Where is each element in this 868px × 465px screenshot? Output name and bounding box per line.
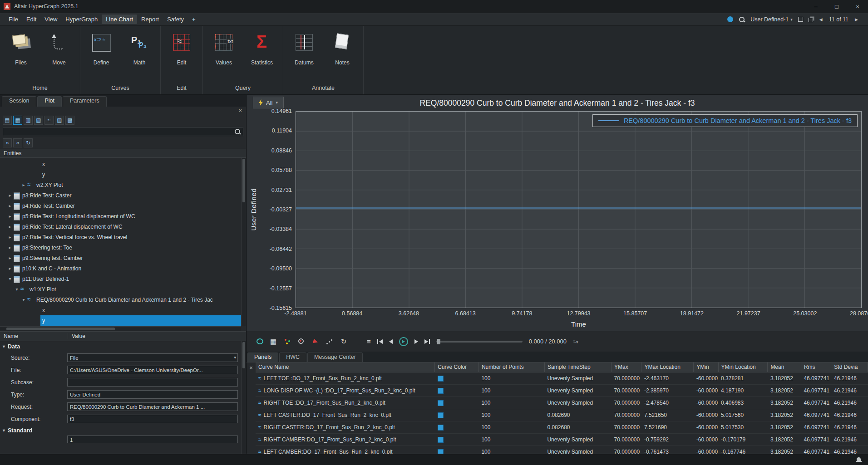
- expand-arrow-icon[interactable]: ▸: [20, 182, 27, 187]
- ribbon-tool[interactable]: Define: [82, 29, 120, 83]
- table-column-header[interactable]: Mean: [768, 362, 801, 372]
- entity-filter-icon[interactable]: [13, 116, 22, 125]
- tree-horizontal-scrollbar[interactable]: [0, 326, 241, 331]
- tree-item[interactable]: ▸ p9:Steering test: Camber: [0, 253, 241, 263]
- ribbon-tool[interactable]: Math: [120, 29, 158, 83]
- tree-item[interactable]: ▸ p5:Ride Test: Longitudinal displacemen…: [0, 211, 241, 221]
- property-value-input[interactable]: REQ/80000290 Curb to Curb Diameter and A…: [67, 402, 238, 411]
- tree-item[interactable]: x: [0, 305, 241, 315]
- tree-item[interactable]: ▸ w2:XY Plot: [0, 180, 241, 190]
- tree-item[interactable]: ▾ p11:User Defined-1: [0, 274, 241, 284]
- expand-arrow-icon[interactable]: ▸: [7, 193, 13, 198]
- tree-vertical-scrollbar[interactable]: [241, 158, 246, 326]
- ribbon-tool[interactable]: Edit: [163, 29, 201, 83]
- curve-table-row[interactable]: ≈RIGHT CAMBER:DO_17_Front_Sus_Run_2_knc_…: [256, 433, 868, 445]
- table-column-header[interactable]: YMax Location: [641, 362, 694, 372]
- expand-arrow-icon[interactable]: ▸: [7, 266, 13, 271]
- prev-page-button[interactable]: ◀: [819, 16, 824, 23]
- table-column-header[interactable]: YMax: [611, 362, 641, 372]
- property-value-input[interactable]: f3: [67, 415, 238, 423]
- tree-item[interactable]: ▸ p10:K and C - Animation: [0, 263, 241, 274]
- skip-end-button[interactable]: [424, 339, 430, 344]
- entity-filter-icon[interactable]: [44, 116, 54, 125]
- curve-settings-icon[interactable]: ≈▾: [573, 338, 578, 345]
- next-page-button[interactable]: ▶: [854, 16, 859, 23]
- expand-arrow-icon[interactable]: ▸: [7, 214, 13, 219]
- property-value-input[interactable]: File: [67, 353, 238, 362]
- ribbon-tool[interactable]: Statistics: [243, 29, 281, 83]
- value-column-header[interactable]: Value: [68, 333, 85, 339]
- step-forward-button[interactable]: [414, 339, 418, 344]
- anim-toolbar-icon[interactable]: [283, 338, 291, 346]
- curve-table-row[interactable]: ≈RIGHT TOE :DO_17_Front_Sus_Run_2_knc_0.…: [256, 396, 868, 409]
- chat-icon[interactable]: [727, 16, 733, 22]
- tree-item[interactable]: ▸ p6:Ride Test: Lateral displacement of …: [0, 221, 241, 232]
- expand-arrow-icon[interactable]: ▾: [7, 276, 13, 281]
- ribbon-tool[interactable]: Values: [205, 29, 243, 83]
- tree-action-icon[interactable]: [3, 138, 12, 147]
- tree-search-input[interactable]: [3, 127, 243, 136]
- expand-arrow-icon[interactable]: ▸: [7, 224, 13, 229]
- bottom-panel-tab[interactable]: HWC: [279, 352, 306, 362]
- curve-color-swatch[interactable]: [438, 412, 444, 418]
- tree-item[interactable]: y: [0, 169, 241, 180]
- curve-color-swatch[interactable]: [438, 388, 444, 394]
- chart-legend[interactable]: REQ/80000290 Curb to Curb Diameter and A…: [592, 114, 858, 127]
- entity-filter-icon[interactable]: [34, 116, 43, 125]
- tree-item[interactable]: ▸ p3:Ride Test: Caster: [0, 190, 241, 201]
- table-column-header[interactable]: Std Devia: [831, 362, 868, 372]
- dropdown-caret-icon[interactable]: ▾: [234, 355, 236, 360]
- expand-arrow-icon[interactable]: ▸: [7, 235, 13, 240]
- entity-filter-icon[interactable]: [3, 116, 12, 125]
- table-column-header[interactable]: Curve Color: [435, 362, 479, 372]
- expand-arrow-icon[interactable]: ▾: [14, 287, 20, 292]
- expand-arrow-icon[interactable]: ▾: [20, 297, 27, 302]
- entity-filter-icon[interactable]: [65, 116, 74, 125]
- property-value-input[interactable]: C:/Users/ASUS/OneDrive - Clemson Univers…: [67, 366, 238, 374]
- expand-arrow-icon[interactable]: ▸: [7, 255, 13, 260]
- entity-filter-icon[interactable]: [24, 116, 33, 125]
- tree-item[interactable]: y: [0, 315, 241, 326]
- curve-table-row[interactable]: ≈RIGHT CASTER:DO_17_Front_Sus_Run_2_knc_…: [256, 421, 868, 433]
- play-button[interactable]: [399, 337, 408, 346]
- new-window-icon[interactable]: [798, 17, 803, 22]
- plot-canvas[interactable]: REQ/80000290 Curb to Curb Diameter and A…: [296, 111, 862, 308]
- bottom-panel-tab[interactable]: Message Center: [307, 352, 363, 362]
- menu-item[interactable]: Report: [137, 15, 163, 24]
- browser-tab[interactable]: Plot: [37, 96, 62, 107]
- tree-action-icon[interactable]: [24, 138, 33, 147]
- timeline-slider[interactable]: [436, 341, 523, 343]
- menu-item[interactable]: Edit: [22, 15, 40, 24]
- anim-toolbar-icon[interactable]: [297, 338, 306, 346]
- ribbon-tool[interactable]: Files: [2, 29, 40, 83]
- table-column-header[interactable]: Curve Name: [256, 362, 435, 372]
- anim-toolbar-icon[interactable]: [311, 338, 320, 346]
- browser-tab[interactable]: Parameters: [63, 96, 107, 107]
- table-column-header[interactable]: YMin Location: [718, 362, 768, 372]
- anim-toolbar-icon[interactable]: [269, 338, 277, 346]
- curve-color-swatch[interactable]: [438, 400, 444, 406]
- curve-table-row[interactable]: ≈LONG DISP OF WC -(L) :DO_17_Front_Sus_R…: [256, 384, 868, 396]
- browser-tab[interactable]: Session: [2, 96, 36, 107]
- table-column-header[interactable]: Number of Points: [478, 362, 544, 372]
- pages-icon[interactable]: [809, 18, 813, 22]
- property-value-input[interactable]: 1: [67, 436, 238, 443]
- step-back-button[interactable]: [389, 339, 393, 344]
- name-column-header[interactable]: Name: [0, 333, 68, 339]
- table-column-header[interactable]: Sample TimeStep: [544, 362, 611, 372]
- tree-action-icon[interactable]: [13, 138, 22, 147]
- table-column-header[interactable]: YMin: [694, 362, 718, 372]
- tree-item[interactable]: ▸ p8:Steering test: Toe: [0, 242, 241, 253]
- tree-item[interactable]: ▸ p4:Ride Test: Camber: [0, 201, 241, 211]
- anim-toolbar-icon[interactable]: [340, 338, 348, 346]
- panel-close-icon[interactable]: ×: [249, 364, 253, 371]
- animation-list-icon[interactable]: ≡: [367, 338, 371, 345]
- curve-table-row[interactable]: ≈LEFT CASTER:DO_17_Front_Sus_Run_2_knc_0…: [256, 409, 868, 421]
- panel-close-icon[interactable]: ×: [238, 108, 242, 113]
- expand-arrow-icon[interactable]: ▸: [7, 245, 13, 250]
- tree-item[interactable]: x: [0, 159, 241, 169]
- table-column-header[interactable]: Rms: [801, 362, 831, 372]
- data-section-header[interactable]: ▾ Data: [0, 341, 241, 352]
- curve-color-swatch[interactable]: [438, 425, 444, 431]
- entity-filter-icon[interactable]: [55, 116, 64, 125]
